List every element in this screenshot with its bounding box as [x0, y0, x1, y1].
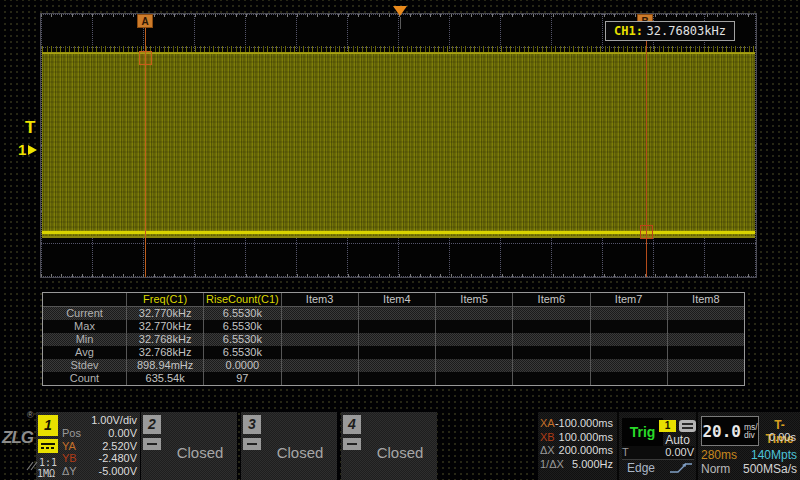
channel2-status: Closed	[167, 444, 233, 461]
table-row-avg: Avg 32.768kHz 6.5530k	[43, 346, 744, 359]
cursor-dx-value: 200.000ms	[559, 444, 613, 458]
table-row-current: Current 32.770kHz 6.5530k	[43, 307, 744, 320]
right-arrow-icon	[28, 145, 37, 155]
cursor-b-point-marker[interactable]	[640, 225, 653, 239]
waveform-display	[40, 13, 757, 278]
brand-logo: ZLG	[2, 428, 33, 448]
trigger-position-icon[interactable]	[393, 6, 407, 16]
trigger-type[interactable]: Edge	[627, 461, 655, 475]
oscilloscope-screen: A B CH1: 32.76803kHz T 1 Freq(C1) RiseCo…	[0, 0, 800, 480]
sample-rate: 500MSa/s	[743, 462, 797, 476]
channel4-number-badge[interactable]: 4	[343, 415, 361, 434]
channel4-status: Closed	[367, 444, 433, 461]
cursor-ya-value: 2.520V	[102, 440, 137, 453]
channel1-ground-marker[interactable]: 1	[18, 141, 37, 158]
waveform-band-ch1	[42, 52, 755, 238]
table-row-stdev: Stdev 898.94mHz 0.0000	[43, 359, 744, 372]
channel1-probe-ratio: 1:1	[39, 457, 57, 468]
trigger-level-value[interactable]: 0.00V	[665, 446, 694, 459]
timebase-scale-box[interactable]: 20.0 ms/div	[701, 416, 759, 446]
channel3-coupling-icon	[243, 438, 261, 450]
cursor-invdx-value: 5.000Hz	[572, 458, 613, 472]
channel3-status: Closed	[267, 444, 333, 461]
cursor-a-point-marker[interactable]	[139, 51, 152, 65]
timebase-section[interactable]: 20.0 ms/div T-Time 0.00s 280ms 140Mpts N…	[696, 412, 800, 480]
acquire-mode[interactable]: Norm	[701, 462, 730, 476]
x-cursor-readouts: XA-100.000ms XB100.000ms ΔX200.000ms 1/Δ…	[540, 417, 613, 471]
freq-readout-box: CH1: 32.76803kHz	[605, 21, 735, 41]
channel1-block[interactable]: 1 1:1 1MΩ 1.00V/div Pos0.00V YA2.520V YB…	[36, 412, 140, 480]
col-freq: Freq(C1)	[126, 293, 203, 306]
cursor-xb-value: 100.000ms	[559, 431, 613, 445]
channel2-number-badge[interactable]: 2	[143, 415, 161, 434]
readout-frequency-value: 32.76803kHz	[647, 24, 726, 38]
trigger-level-marker[interactable]: T	[25, 118, 35, 138]
cursor-dy-value: -5.000V	[98, 465, 137, 478]
channel1-impedance: 1MΩ	[37, 468, 55, 479]
capture-window: 280ms	[701, 448, 737, 462]
col-risecount: RiseCount(C1)	[203, 293, 280, 306]
channel3-number-badge[interactable]: 3	[243, 415, 261, 434]
channel2-block[interactable]: 2 Closed	[141, 412, 237, 480]
trigger-coupling-icon[interactable]	[679, 420, 696, 432]
ttime-value: 0.00s	[762, 431, 796, 443]
cursor-xa-value: -100.000ms	[555, 417, 613, 431]
dc-coupling-icon[interactable]	[38, 439, 58, 453]
readout-channel-label: CH1:	[614, 24, 643, 38]
trigger-source-badge[interactable]: 1	[659, 420, 676, 432]
table-row-count: Count 635.54k 97	[43, 372, 744, 385]
rising-edge-icon	[669, 461, 693, 474]
channel3-block[interactable]: 3 Closed	[241, 412, 337, 480]
trigger-position-stem	[400, 17, 401, 29]
status-panel: XA-100.000ms XB100.000ms ΔX200.000ms 1/Δ…	[538, 412, 800, 480]
channel1-scale: 1.00V/div	[91, 414, 137, 427]
cursor-yb-value: -2.480V	[98, 452, 137, 465]
cursor-a-label[interactable]: A	[137, 14, 153, 28]
channel1-number-badge[interactable]: 1	[38, 415, 58, 436]
registered-mark: ®	[27, 410, 34, 420]
table-row-min: Min 32.768kHz 6.5530k	[43, 333, 744, 346]
trigger-mode[interactable]: Auto	[659, 433, 696, 447]
grid-ticks-bottom	[41, 274, 756, 277]
trigger-section[interactable]: Trig 1 Auto T 0.00V Edge	[617, 412, 696, 480]
trigger-status-badge[interactable]: Trig	[622, 418, 663, 446]
channel2-coupling-icon	[143, 438, 161, 450]
channel4-coupling-icon	[343, 438, 361, 450]
table-row-max: Max 32.770kHz 6.5530k	[43, 320, 744, 333]
channel1-position: 0.00V	[108, 427, 137, 440]
channel4-block[interactable]: 4 Closed	[341, 412, 437, 480]
measurement-table-header: Freq(C1) RiseCount(C1) Item3 Item4 Item5…	[43, 293, 744, 307]
diagonal-lines-icon	[26, 459, 39, 471]
measurement-table: Freq(C1) RiseCount(C1) Item3 Item4 Item5…	[42, 292, 745, 386]
memory-depth: 140Mpts	[751, 448, 797, 462]
